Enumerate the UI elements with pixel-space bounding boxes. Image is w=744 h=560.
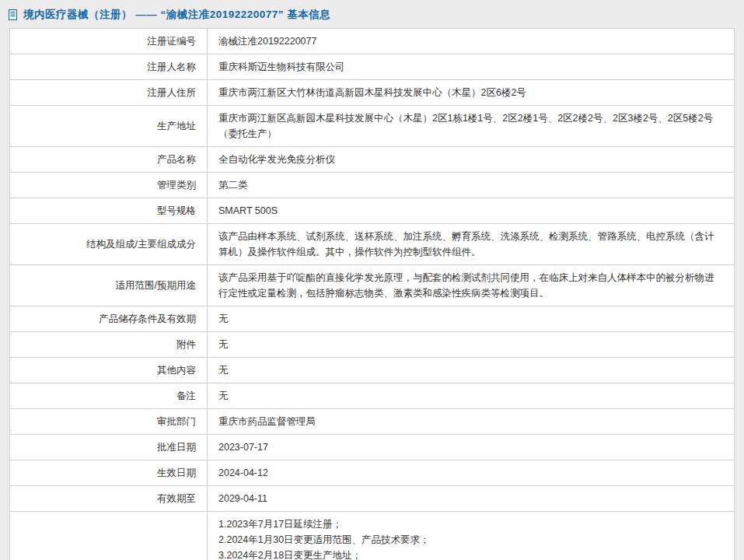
- table-row: 生效日期 2024-04-12: [10, 460, 735, 486]
- row-value: 该产品采用基于吖啶酯的直接化学发光原理，与配套的检测试剂共同使用，在临床上对来自…: [208, 265, 735, 306]
- row-value: 2029-04-11: [208, 486, 735, 512]
- table-row: 产品名称 全自动化学发光免疫分析仪: [10, 147, 735, 173]
- row-label: 产品储存条件及有效期: [10, 306, 208, 332]
- row-value: 全自动化学发光免疫分析仪: [208, 147, 735, 173]
- table-row: 结构及组成/主要组成成分 该产品由样本系统、试剂系统、送杯系统、加注系统、孵育系…: [10, 224, 735, 265]
- page-title: 境内医疗器械（注册） —— “渝械注准20192220077” 基本信息: [23, 8, 330, 22]
- row-label: 审批部门: [10, 409, 208, 435]
- row-value: 第二类: [208, 173, 735, 198]
- table-row: 批准日期 2023-07-17: [10, 435, 735, 460]
- row-label: 注册人住所: [10, 80, 208, 106]
- registration-info-table: 注册证编号 渝械注准20192220077 注册人名称 重庆科斯迈生物科技有限公…: [9, 28, 735, 560]
- row-label: 有效期至: [10, 486, 208, 512]
- row-label: 变更情况: [10, 512, 208, 560]
- row-value: 重庆市两江新区大竹林街道高新园木星科技发展中心（木星）2区6楼2号: [208, 80, 735, 106]
- table-row: 变更情况 1.2023年7月17日延续注册； 2.2024年1月30日变更适用范…: [10, 512, 735, 560]
- table-row: 生产地址 重庆市两江新区高新园木星科技发展中心（木星）2区1栋1楼1号、2区2楼…: [10, 106, 735, 147]
- table-row: 型号规格 SMART 500S: [10, 198, 735, 224]
- table-row: 备注 无: [10, 383, 735, 409]
- row-value: 1.2023年7月17日延续注册； 2.2024年1月30日变更适用范围、产品技…: [208, 512, 735, 560]
- row-label: 生产地址: [10, 106, 208, 147]
- row-label: 注册证编号: [10, 29, 208, 54]
- row-value: 重庆科斯迈生物科技有限公司: [208, 54, 735, 80]
- row-value: 重庆市两江新区高新园木星科技发展中心（木星）2区1栋1楼1号、2区2楼1号、2区…: [208, 106, 735, 147]
- row-label: 型号规格: [10, 198, 208, 224]
- row-value: 无: [208, 306, 735, 332]
- table-row: 其他内容 无: [10, 358, 735, 383]
- row-label: 其他内容: [10, 358, 208, 383]
- table-row: 管理类别 第二类: [10, 173, 735, 198]
- row-value: 2024-04-12: [208, 460, 735, 486]
- row-value: 重庆市药品监督管理局: [208, 409, 735, 435]
- document-icon: [8, 9, 19, 20]
- row-value: 无: [208, 358, 735, 383]
- row-value: 无: [208, 332, 735, 358]
- row-value: 渝械注准20192220077: [208, 29, 735, 54]
- table-row: 附件 无: [10, 332, 735, 358]
- table-row: 审批部门 重庆市药品监督管理局: [10, 409, 735, 435]
- row-label: 注册人名称: [10, 54, 208, 80]
- row-label: 管理类别: [10, 173, 208, 198]
- row-label: 适用范围/预期用途: [10, 265, 208, 306]
- table-row: 适用范围/预期用途 该产品采用基于吖啶酯的直接化学发光原理，与配套的检测试剂共同…: [10, 265, 735, 306]
- table-row: 注册人住所 重庆市两江新区大竹林街道高新园木星科技发展中心（木星）2区6楼2号: [10, 80, 735, 106]
- page-header: 境内医疗器械（注册） —— “渝械注准20192220077” 基本信息: [0, 0, 744, 28]
- row-label: 产品名称: [10, 147, 208, 173]
- table-row: 产品储存条件及有效期 无: [10, 306, 735, 332]
- row-value: 该产品由样本系统、试剂系统、送杯系统、加注系统、孵育系统、洗涤系统、检测系统、管…: [208, 224, 735, 265]
- row-value: 2023-07-17: [208, 435, 735, 460]
- row-value: SMART 500S: [208, 198, 735, 224]
- table-row: 有效期至 2029-04-11: [10, 486, 735, 512]
- row-label: 生效日期: [10, 460, 208, 486]
- table-row: 注册证编号 渝械注准20192220077: [10, 29, 735, 54]
- row-label: 备注: [10, 383, 208, 409]
- row-label: 批准日期: [10, 435, 208, 460]
- row-label: 结构及组成/主要组成成分: [10, 224, 208, 265]
- row-value: 无: [208, 383, 735, 409]
- row-label: 附件: [10, 332, 208, 358]
- table-row: 注册人名称 重庆科斯迈生物科技有限公司: [10, 54, 735, 80]
